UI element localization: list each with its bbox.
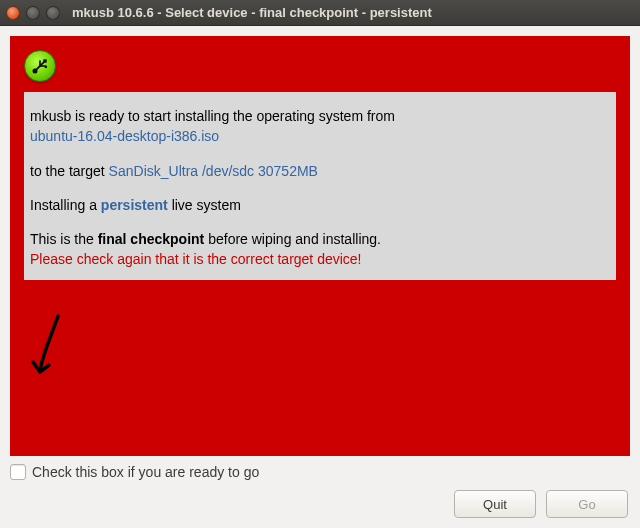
usb-icon <box>24 50 56 82</box>
close-icon[interactable] <box>6 6 20 20</box>
titlebar: mkusb 10.6.6 - Select device - final che… <box>0 0 640 26</box>
minimize-icon[interactable] <box>26 6 40 20</box>
window-title: mkusb 10.6.6 - Select device - final che… <box>72 5 432 20</box>
message-box: mkusb is ready to start installing the o… <box>24 92 616 280</box>
persistent-label: persistent <box>101 197 168 213</box>
button-row: Quit Go <box>454 490 628 518</box>
iso-filename: ubuntu-16.04-desktop-i386.iso <box>30 126 610 146</box>
ready-checkbox[interactable] <box>10 464 26 480</box>
msg-target-line: to the target SanDisk_Ultra /dev/sdc 307… <box>30 161 610 181</box>
arrow-down-icon <box>30 312 70 385</box>
msg-checkpoint-line: This is the final checkpoint before wipi… <box>30 229 610 249</box>
msg-line4-pre: This is the <box>30 231 98 247</box>
dialog-body: mkusb is ready to start installing the o… <box>0 26 640 528</box>
svg-point-2 <box>45 66 48 69</box>
quit-button[interactable]: Quit <box>454 490 536 518</box>
msg-line1: mkusb is ready to start installing the o… <box>30 106 610 126</box>
warning-text: Please check again that it is the correc… <box>30 249 610 269</box>
msg-line2-prefix: to the target <box>30 163 109 179</box>
red-panel: mkusb is ready to start installing the o… <box>10 36 630 456</box>
maximize-icon[interactable] <box>46 6 60 20</box>
ready-checkbox-label: Check this box if you are ready to go <box>32 464 259 480</box>
target-device: SanDisk_Ultra /dev/sdc 30752MB <box>109 163 318 179</box>
final-checkpoint-label: final checkpoint <box>98 231 205 247</box>
msg-line3-post: live system <box>168 197 241 213</box>
go-button[interactable]: Go <box>546 490 628 518</box>
msg-line3-pre: Installing a <box>30 197 101 213</box>
msg-persistent-line: Installing a persistent live system <box>30 195 610 215</box>
svg-rect-1 <box>43 59 46 62</box>
ready-checkbox-row: Check this box if you are ready to go <box>10 464 630 480</box>
msg-line4-post: before wiping and installing. <box>204 231 381 247</box>
